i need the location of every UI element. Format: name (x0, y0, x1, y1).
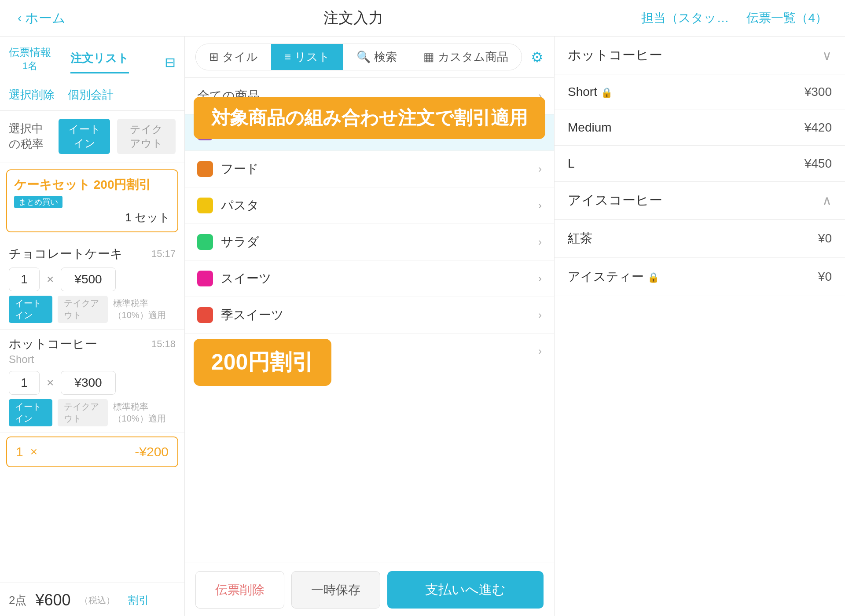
sweets-dot (197, 271, 213, 286)
back-button[interactable]: ‹ ホーム (18, 9, 66, 27)
item2-eat-in[interactable]: イートイン (9, 399, 52, 426)
eat-in-button[interactable]: イートイン (59, 119, 110, 154)
grid-icon: ⊞ (209, 50, 219, 64)
iced-tea-label: アイスティー 🔒 (568, 268, 659, 285)
category-sweets[interactable]: スイーツ › (185, 260, 554, 297)
mid-toolbar: ⊞ タイル ≡ リスト 🔍 検索 ▦ カスタム商品 ⚙ (185, 37, 554, 78)
sweets-arrow: › (538, 272, 542, 285)
medium-label: Medium (568, 121, 612, 135)
item1-tax: 標準税率（10%）適用 (113, 297, 176, 321)
list-view-icon[interactable]: ⊟ (165, 55, 176, 70)
pay-button[interactable]: 支払いへ進む (387, 571, 544, 609)
tax-row: 選択中の税率 イートイン テイクアウト (0, 111, 184, 162)
item2-price: ¥300 (61, 371, 115, 395)
tab-invoice-info[interactable]: 伝票情報 1名 (9, 45, 51, 79)
right-item-iced-tea[interactable]: アイスティー 🔒 ¥0 (555, 258, 845, 296)
order-item-cake: チョコレートケーキ 15:17 1 × ¥500 イートイン テイクアウト 標準… (0, 239, 184, 330)
discount-title: ケーキセット 200円割引 (14, 176, 170, 193)
header-right: 担当（スタッ… 伝票一覧（4） (641, 10, 827, 26)
iced-tea-price: ¥0 (818, 270, 832, 284)
item2-name: ホットコーヒー (9, 336, 97, 352)
left-bottom: 2点 ¥600 （税込） 割引 (0, 583, 184, 616)
iced-coffee-label: アイスコーヒー (568, 191, 662, 209)
app-header: ‹ ホーム 注文入力 担当（スタッ… 伝票一覧（4） (0, 0, 845, 37)
search-icon: 🔍 (356, 50, 371, 64)
left-actions: 選択削除 個別会計 (0, 79, 184, 111)
tea-price: ¥0 (818, 231, 832, 246)
item1-name: チョコレートケーキ (9, 246, 123, 262)
discount-applied-row: 1 × -¥200 (6, 436, 178, 467)
iced-coffee-chevron: ∧ (822, 193, 832, 208)
right-item-medium[interactable]: Medium ¥420 (555, 110, 845, 146)
hot-coffee-chevron: ∨ (822, 48, 832, 63)
l-label: L (568, 157, 575, 171)
other-arrow: › (538, 345, 542, 357)
category-food-name: フード (221, 161, 259, 177)
top-tooltip: 対象商品の組み合わせ注文で割引適用 (194, 97, 545, 139)
short-label: Short 🔒 (568, 85, 613, 99)
item2-sub: Short (9, 353, 176, 366)
discount-row-x: × (30, 445, 37, 459)
item2-time: 15:18 (151, 338, 176, 350)
right-panel: ホットコーヒー ∨ Short 🔒 ¥300 Medium ¥420 L ¥45… (555, 37, 845, 616)
category-food[interactable]: フード › (185, 151, 554, 187)
right-item-short[interactable]: Short 🔒 ¥300 (555, 74, 845, 110)
right-item-tea[interactable]: 紅茶 ¥0 (555, 220, 845, 258)
category-seasonal-name: 季スイーツ (221, 307, 284, 323)
category-seasonal[interactable]: 季スイーツ › (185, 297, 554, 334)
invoice-label[interactable]: 伝票一覧（4） (746, 10, 827, 26)
order-item-coffee: ホットコーヒー 15:18 Short 1 × ¥300 イートイン テイクアウ… (0, 330, 184, 433)
times2: × (47, 376, 54, 390)
hot-coffee-label: ホットコーヒー (568, 46, 662, 64)
list-view-button[interactable]: ≡ リスト (271, 44, 343, 70)
item2-takeout[interactable]: テイクアウト (58, 399, 107, 426)
short-price: ¥300 (805, 85, 832, 99)
order-items-list: ケーキセット 200円割引 まとめ買い 1 セット チョコレートケーキ 15:1… (0, 162, 184, 583)
individual-bill-button[interactable]: 個別会計 (68, 87, 114, 103)
left-tabs: 伝票情報 1名 注文リスト ⊟ (0, 37, 184, 79)
category-pasta[interactable]: パスタ › (185, 187, 554, 224)
bottom-discount-button[interactable]: 割引 (128, 593, 149, 607)
custom-icon: ▦ (423, 50, 434, 64)
delete-invoice-button[interactable]: 伝票削除 (195, 571, 284, 609)
mid-bottom-actions: 伝票削除 一時保存 支払いへ進む (185, 562, 554, 616)
tab-order-list[interactable]: 注文リスト (70, 51, 129, 73)
takeout-button[interactable]: テイクアウト (117, 119, 176, 154)
discount-banner: ケーキセット 200円割引 まとめ買い 1 セット (6, 169, 178, 232)
medium-price: ¥420 (805, 121, 832, 135)
right-section-hot-coffee: ホットコーヒー ∨ (555, 37, 845, 74)
tax-label: 選択中の税率 (9, 121, 51, 152)
pasta-arrow: › (538, 199, 542, 212)
select-delete-button[interactable]: 選択削除 (9, 87, 55, 103)
chevron-left-icon: ‹ (18, 11, 22, 25)
bottom-total: ¥600 (35, 591, 70, 609)
item2-qty[interactable]: 1 (9, 371, 40, 395)
pasta-dot (197, 198, 213, 213)
temp-save-button[interactable]: 一時保存 (291, 571, 380, 609)
item1-price: ¥500 (61, 268, 115, 291)
search-button[interactable]: 🔍 検索 (343, 44, 410, 70)
category-salad[interactable]: サラダ › (185, 224, 554, 260)
salad-dot (197, 234, 213, 250)
bottom-tax-note: （税込） (80, 594, 115, 606)
back-label: ホーム (25, 9, 66, 27)
page-title: 注文入力 (323, 8, 383, 28)
item1-time: 15:17 (151, 248, 176, 260)
tile-view-button[interactable]: ⊞ タイル (196, 44, 271, 70)
list-icon: ≡ (284, 50, 291, 64)
right-item-l[interactable]: L ¥450 (555, 146, 845, 182)
discount-badge: まとめ買い (14, 196, 62, 208)
right-section-iced-coffee: アイスコーヒー ∧ (555, 182, 845, 220)
seasonal-arrow: › (538, 309, 542, 321)
seasonal-dot (197, 307, 213, 323)
food-dot (197, 161, 213, 177)
item1-eat-in[interactable]: イートイン (9, 296, 52, 323)
item1-qty[interactable]: 1 (9, 268, 40, 291)
staff-label[interactable]: 担当（スタッ… (641, 10, 729, 26)
l-price: ¥450 (805, 157, 832, 171)
bottom-tooltip: 200円割引 (194, 339, 331, 386)
item1-takeout[interactable]: テイクアウト (58, 296, 107, 323)
settings-button[interactable]: ⚙ (531, 49, 544, 66)
discount-row-qty: 1 (16, 444, 23, 459)
custom-product-button[interactable]: ▦ カスタム商品 (410, 44, 522, 70)
